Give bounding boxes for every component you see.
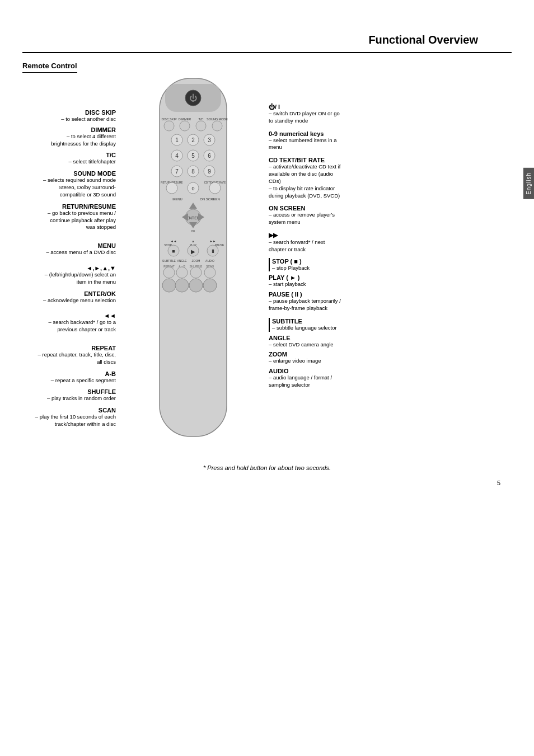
svg-text:MENU: MENU — [172, 198, 182, 201]
page-title: Functional Overview — [22, 0, 512, 53]
label-cd-text: CD TEXT/BIT RATE – activate/deactivate C… — [269, 157, 340, 199]
label-a-b: A-B – repeat a specific segment — [51, 370, 116, 384]
svg-text:►►: ►► — [210, 240, 216, 243]
svg-text:ON SCREEN: ON SCREEN — [200, 198, 220, 201]
svg-text:▲: ▲ — [191, 240, 194, 243]
label-audio: AUDIO – audio language / format /samplin… — [269, 368, 332, 389]
svg-text:2: 2 — [191, 137, 195, 143]
svg-text:DISC SKIP: DISC SKIP — [161, 118, 177, 121]
label-sound-mode: SOUND MODE – selects required sound mode… — [43, 170, 116, 198]
svg-text:◄◄: ◄◄ — [171, 240, 177, 243]
footer-note: * Press and hold button for about two se… — [0, 464, 534, 471]
svg-text:⏻: ⏻ — [189, 93, 197, 102]
svg-text:1: 1 — [175, 137, 179, 143]
left-labels-column: DISC SKIP – to select another disc DIMME… — [17, 73, 120, 433]
svg-text:DIMMER: DIMMER — [179, 118, 191, 121]
svg-text:■: ■ — [172, 248, 175, 254]
svg-point-69 — [162, 279, 176, 292]
svg-point-70 — [175, 279, 189, 292]
svg-point-9 — [180, 121, 190, 131]
right-labels-column: ⏻/ I – switch DVD player ON or goto stan… — [266, 73, 395, 392]
remote-control-image: ⏻ DISC SKIP DIMMER T/C SOUND MODE 1 2 3 … — [120, 73, 266, 453]
label-power: ⏻/ I – switch DVD player ON or goto stan… — [269, 104, 340, 125]
svg-text:T/C: T/C — [199, 118, 204, 121]
svg-text:8: 8 — [191, 168, 195, 175]
svg-point-35 — [209, 182, 221, 194]
svg-text:ENTER: ENTER — [186, 216, 200, 220]
page-number: 5 — [0, 471, 534, 495]
label-arrows: ◄,►,▲,▼ – (left/right/up/down) select an… — [45, 265, 116, 286]
label-disc-skip: DISC SKIP – to select another disc — [61, 109, 116, 123]
label-return-resume: RETURN/RESUME – go back to previous menu… — [48, 203, 116, 231]
svg-point-8 — [164, 121, 174, 131]
svg-point-65 — [163, 267, 175, 278]
svg-text:3: 3 — [208, 137, 211, 143]
svg-rect-0 — [160, 78, 227, 436]
svg-text:AUDIO: AUDIO — [205, 259, 214, 262]
label-menu: MENU – access menu of a DVD disc — [46, 242, 116, 256]
svg-text:9: 9 — [208, 168, 211, 175]
label-next: ▶▶ – search forward* / nextchapter or tr… — [269, 232, 325, 253]
svg-point-72 — [203, 279, 217, 292]
label-play: PLAY ( ► ) – start playback — [269, 274, 306, 288]
svg-point-10 — [196, 121, 206, 131]
label-angle: ANGLE – select DVD camera angle — [269, 335, 334, 349]
svg-point-71 — [189, 279, 203, 292]
svg-text:4: 4 — [175, 153, 179, 159]
svg-text:6: 6 — [208, 153, 211, 159]
svg-text:ANGLE: ANGLE — [177, 259, 188, 262]
label-repeat: REPEAT – repeat chapter, track, title, d… — [38, 345, 116, 366]
label-dimmer: DIMMER – to select 4 differentbrightness… — [51, 126, 116, 148]
label-on-screen: ON SCREEN – access or remove player'ssys… — [269, 205, 335, 226]
svg-text:⏸: ⏸ — [210, 248, 216, 254]
svg-point-67 — [190, 267, 202, 278]
label-scan: SCAN – play the first 10 seconds of each… — [35, 407, 116, 428]
label-stop: STOP ( ■ ) – stop Playback — [269, 258, 310, 272]
label-numerical: 0-9 numerical keys – select numbered ite… — [269, 130, 336, 152]
label-shuffle: SHUFFLE – play tracks in random order — [47, 388, 116, 402]
label-enter-ok: ENTER/OK – acknowledge menu selection — [43, 290, 116, 304]
svg-text:ZOOM: ZOOM — [192, 259, 200, 262]
svg-point-68 — [204, 267, 216, 278]
svg-text:SUBTITLE: SUBTITLE — [162, 259, 176, 262]
label-zoom: ZOOM – enlarge video image — [269, 351, 321, 365]
svg-text:7: 7 — [175, 168, 179, 175]
svg-text:SOUND MODE: SOUND MODE — [207, 118, 228, 121]
svg-text:5: 5 — [191, 153, 195, 159]
svg-text:0: 0 — [191, 186, 194, 191]
svg-point-66 — [176, 267, 188, 278]
svg-point-32 — [166, 182, 177, 194]
section-title: Remote Control — [22, 62, 77, 73]
svg-text:▶: ▶ — [191, 248, 195, 255]
label-tc: T/C – select title/chapter — [69, 152, 116, 166]
label-pause: PAUSE ( II ) – pause playback temporaril… — [269, 291, 341, 312]
svg-text:OK: OK — [191, 229, 195, 233]
svg-point-11 — [212, 121, 222, 131]
label-prev: ◄◄ – search backward* / go to aprevious … — [49, 312, 116, 334]
label-subtitle: SUBTITLE – subtitle language selector — [269, 318, 337, 332]
